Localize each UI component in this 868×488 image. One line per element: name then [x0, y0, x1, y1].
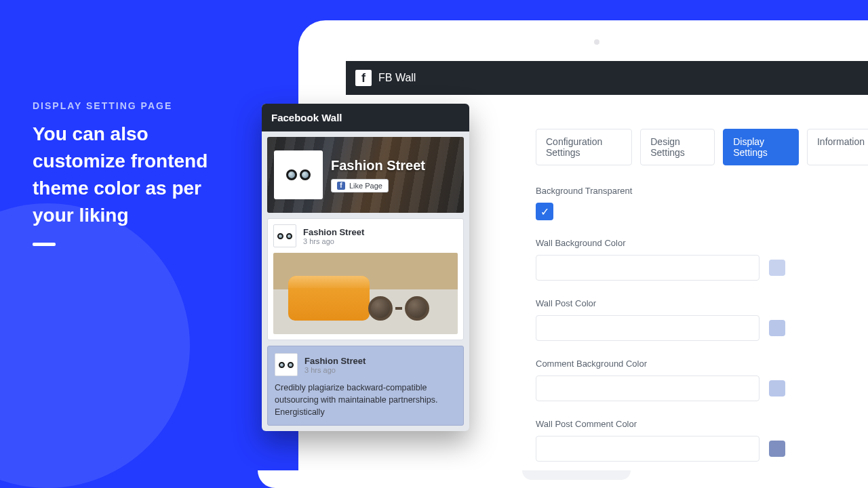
settings-panel: Configuration Settings Design Settings D…: [536, 108, 868, 488]
comment-text: Credibly plagiarize backward-compatible …: [275, 382, 456, 418]
checkbox-background-transparent[interactable]: ✓: [536, 203, 553, 220]
page-cover: Fashion Street f Like Page: [267, 137, 464, 213]
tab-information[interactable]: Information: [807, 129, 868, 165]
label-comment-background-color: Comment Background Color: [536, 359, 868, 369]
case-shape: [288, 276, 370, 321]
background-circle: [0, 203, 190, 488]
facebook-logo-icon: f: [355, 70, 372, 86]
app-title: FB Wall: [378, 72, 416, 84]
tab-design-settings[interactable]: Design Settings: [640, 129, 715, 165]
label-wall-post-comment-color: Wall Post Comment Color: [536, 419, 868, 429]
wall-comment: Fashion Street 3 hrs ago Credibly plagia…: [267, 346, 464, 426]
comment-time: 3 hrs ago: [304, 366, 366, 374]
tab-configuration-settings[interactable]: Configuration Settings: [536, 129, 632, 165]
swatch-wall-post-color[interactable]: [769, 320, 785, 336]
field-background-transparent: Background Transparent ✓: [536, 186, 868, 220]
comment-author: Fashion Street: [304, 356, 366, 366]
preview-title: Facebook Wall: [262, 104, 469, 131]
laptop-notch: [522, 470, 631, 480]
page-name: Fashion Street: [331, 158, 425, 174]
post-author: Fashion Street: [303, 227, 364, 237]
hero-text-block: DISPLAY SETTING PAGE You can also custom…: [33, 100, 243, 246]
wall-post: Fashion Street 3 hrs ago: [267, 218, 464, 340]
field-comment-background-color: Comment Background Color: [536, 359, 868, 401]
page-avatar: [274, 150, 323, 199]
tabs-row: Configuration Settings Design Settings D…: [536, 129, 868, 165]
label-wall-post-color: Wall Post Color: [536, 298, 868, 308]
input-wall-background-color[interactable]: [536, 255, 760, 281]
post-avatar: [273, 224, 296, 247]
comment-avatar: [275, 353, 298, 376]
tab-display-settings[interactable]: Display Settings: [723, 129, 799, 165]
swatch-wall-post-comment-color[interactable]: [769, 441, 785, 457]
input-wall-post-color[interactable]: [536, 315, 760, 341]
post-time: 3 hrs ago: [303, 237, 364, 245]
field-wall-background-color: Wall Background Color: [536, 238, 868, 281]
sunglasses-shape: [368, 296, 429, 321]
swatch-wall-background-color[interactable]: [769, 260, 785, 276]
facebook-mini-icon: f: [337, 182, 345, 190]
swatch-comment-background-color[interactable]: [769, 380, 785, 396]
post-image: [273, 253, 458, 334]
hero-eyebrow: DISPLAY SETTING PAGE: [33, 100, 243, 111]
facebook-wall-preview: Facebook Wall Fashion Street f Like Page…: [262, 104, 469, 431]
hero-title: You can also customize frontend theme co…: [33, 121, 243, 229]
laptop-camera-dot: [594, 39, 599, 45]
like-page-label: Like Page: [349, 182, 382, 190]
label-background-transparent: Background Transparent: [536, 186, 868, 196]
label-wall-background-color: Wall Background Color: [536, 238, 868, 248]
sunglasses-icon: [286, 169, 311, 180]
app-titlebar: f FB Wall: [346, 61, 868, 95]
input-wall-post-comment-color[interactable]: [536, 436, 760, 462]
field-wall-post-color: Wall Post Color: [536, 298, 868, 341]
laptop-base: [258, 470, 868, 488]
field-wall-post-comment-color: Wall Post Comment Color: [536, 419, 868, 462]
like-page-button[interactable]: f Like Page: [331, 179, 389, 192]
input-comment-background-color[interactable]: [536, 375, 760, 401]
hero-underline: [33, 243, 56, 246]
